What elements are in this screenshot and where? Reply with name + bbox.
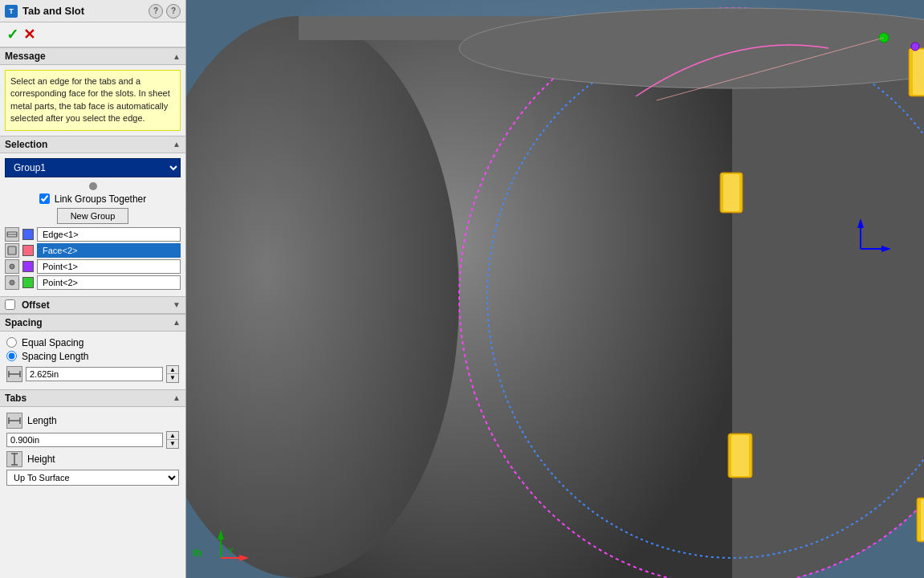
tabs-section-title: Tabs [5,393,26,404]
message-box: Select an edge for the tabs and a corres… [5,70,181,131]
selection-section-header[interactable]: Selection ▲ [0,136,185,153]
point1-icon [5,259,19,274]
tabs-height-label: Height [27,454,55,465]
svg-point-3 [10,264,14,269]
cancel-button[interactable]: ✕ [23,26,35,43]
message-section-title: Message [5,51,46,62]
point2-box[interactable]: Point<2> [37,275,181,290]
offset-checkbox[interactable] [5,299,15,310]
equal-spacing-row: Equal Spacing [6,337,179,348]
svg-point-39 [911,43,919,51]
link-groups-checkbox[interactable] [39,193,50,204]
edge-icon [5,227,19,242]
svg-rect-23 [913,50,924,95]
edge-item: Edge<1> [5,227,181,242]
point2-icon [5,275,19,290]
group-dot-row [5,182,181,190]
coordinate-label: Ih [193,547,202,559]
link-groups-label: Link Groups Together [55,193,147,205]
point1-color [22,261,34,272]
new-group-button[interactable]: New Group [57,208,129,224]
tabs-length-input-row: ▲ ▼ [6,431,179,449]
face-box[interactable]: Face<2> [37,243,181,258]
svg-rect-33 [731,435,749,476]
face-color [22,245,34,256]
edge-box[interactable]: Edge<1> [37,227,181,242]
spacing-up-button[interactable]: ▲ [167,366,178,374]
title-bar: T Tab and Slot ? ? [0,0,185,22]
tabs-length-input[interactable] [6,433,163,447]
spacing-collapse-arrow: ▲ [173,318,181,327]
svg-rect-31 [723,174,739,211]
tabs-length-row: Length [6,413,179,429]
viewport[interactable]: Y Ih [186,0,924,578]
tabs-height-row: Height [6,451,179,467]
tabs-collapse-arrow: ▲ [173,393,181,402]
spacing-area: Equal Spacing Spacing Length ▲ ▼ [0,332,185,389]
spacing-length-label: Spacing Length [22,351,88,362]
tabs-height-select-row: Up To Surface Blind Through All [6,470,179,486]
spacing-length-row: Spacing Length [6,351,179,362]
spacing-section-title: Spacing [5,317,43,328]
tabs-length-label: Length [27,415,57,426]
help-buttons: ? ? [149,4,181,18]
confirm-button[interactable]: ✓ [6,26,18,43]
action-bar: ✓ ✕ [0,22,185,47]
spacing-section-header[interactable]: Spacing ▲ [0,314,185,332]
selection-collapse-arrow: ▲ [173,140,181,149]
point1-item: Point<1> [5,259,181,274]
spacing-down-button[interactable]: ▼ [167,374,178,382]
point1-box[interactable]: Point<1> [37,259,181,274]
equal-spacing-label: Equal Spacing [22,337,83,348]
svg-point-4 [10,280,14,285]
help-button-1[interactable]: ? [149,4,163,18]
feature-icon: T [5,5,18,18]
group-selector[interactable]: Group1 [5,158,181,177]
tabs-section-header[interactable]: Tabs ▲ [0,389,185,407]
selection-section-title: Selection [5,139,47,150]
face-icon [5,243,19,258]
3d-view-canvas: Y [186,0,924,578]
svg-rect-2 [8,246,16,254]
svg-text:Y: Y [228,546,234,556]
tabs-length-spinner: ▲ ▼ [166,431,179,449]
message-section-header[interactable]: Message ▲ [0,47,185,65]
selection-area: Group1 Link Groups Together New Group Ed… [0,153,185,296]
spacing-spinner: ▲ ▼ [166,365,179,383]
equal-spacing-radio[interactable] [6,337,17,348]
tabs-area: Length ▲ ▼ Height Up To Surface B [0,407,185,491]
edge-color [22,229,34,240]
message-text: Select an edge for the tabs and a corres… [10,76,170,123]
spacing-input-row: ▲ ▼ [6,365,179,383]
point2-item: Point<2> [5,275,181,290]
tabs-height-select[interactable]: Up To Surface Blind Through All [6,470,179,486]
group-dot [89,182,97,190]
point2-color [22,277,34,288]
face-item: Face<2> [5,243,181,258]
svg-rect-29 [921,499,924,540]
spacing-length-radio[interactable] [6,351,17,361]
offset-collapse-arrow: ▼ [173,300,181,309]
link-groups-row: Link Groups Together [5,193,181,205]
help-button-2[interactable]: ? [166,4,181,18]
message-collapse-arrow: ▲ [173,52,181,61]
spacing-icon [6,366,22,382]
offset-section-title: Offset [22,299,50,311]
spacing-value-input[interactable] [26,367,163,381]
tabs-length-down-button[interactable]: ▼ [167,440,178,448]
tabs-height-icon [6,451,22,467]
page-title: Tab and Slot [22,5,144,17]
offset-section-header[interactable]: Offset ▼ [0,296,185,314]
tabs-length-up-button[interactable]: ▲ [167,432,178,440]
offset-row: Offset [5,299,50,311]
tabs-length-icon [6,413,22,429]
